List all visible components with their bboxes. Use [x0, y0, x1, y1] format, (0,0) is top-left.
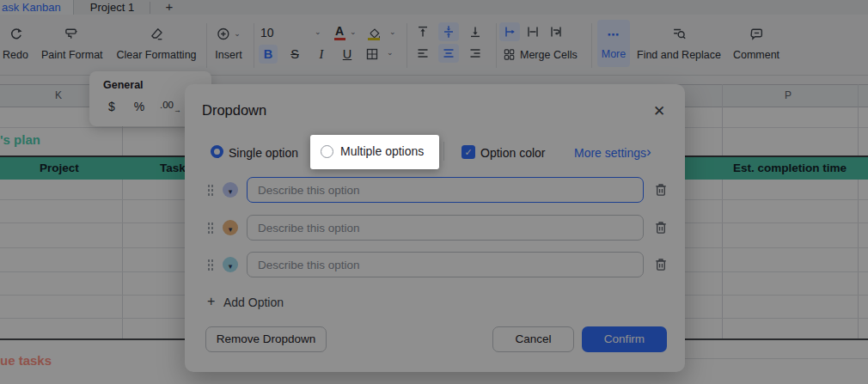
dim-overlay [0, 0, 868, 384]
multiple-options-radio[interactable] [321, 145, 333, 158]
multiple-options-spotlight: Multiple options [310, 135, 439, 169]
app-window: K P 's plan Project Task Est. completion… [0, 0, 868, 384]
multiple-options-label[interactable]: Multiple options [340, 144, 424, 158]
